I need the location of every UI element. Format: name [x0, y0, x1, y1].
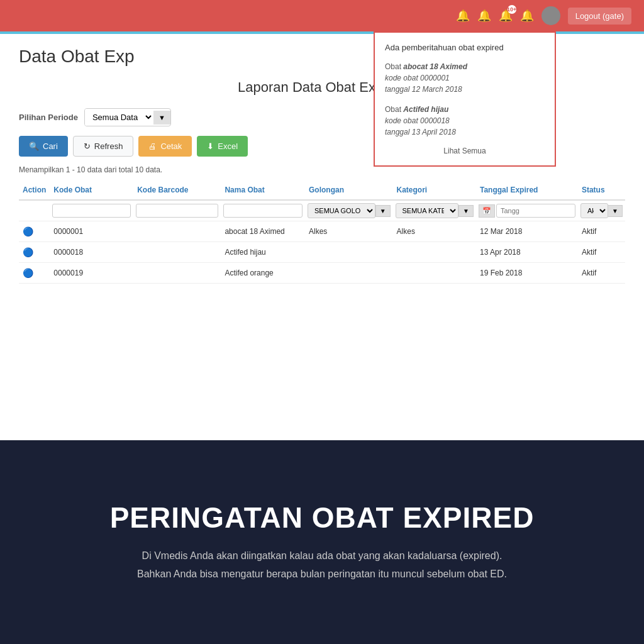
period-select[interactable]: Semua Data — [85, 109, 153, 126]
notification-dropdown: Ada pemberitahuan obat expired Obat aboc… — [374, 31, 556, 167]
excel-button[interactable]: ⬇ Excel — [197, 136, 248, 157]
see-all-link[interactable]: Lihat Semua — [385, 147, 545, 155]
data-info: Menampilkan 1 - 10 data dari total 10 da… — [19, 165, 625, 174]
navbar: 🔔 🔔 🔔 10+ 🔔 Logout (gate) — [0, 0, 644, 31]
golongan-arrow[interactable]: ▼ — [375, 205, 391, 217]
row3-nama: Actifed orange — [221, 263, 305, 284]
bottom-title: PERINGATAN OBAT EXPIRED — [110, 501, 535, 535]
filter-kode-obat[interactable] — [50, 200, 133, 221]
search-icon: 🔍 — [29, 142, 39, 151]
excel-label: Excel — [218, 142, 238, 151]
refresh-icon: ↻ — [84, 142, 91, 151]
select-kategori[interactable]: SEMUA KATEGORI — [396, 203, 459, 218]
th-kode-obat[interactable]: Kode Obat — [50, 180, 133, 200]
notification-title: Ada pemberitahuan obat expired — [385, 43, 545, 52]
action-icon-2[interactable]: 🔵 — [23, 247, 33, 257]
row2-tanggal: 13 Apr 2018 — [476, 242, 578, 263]
bell-badge: 10+ — [508, 5, 516, 14]
filter-label: Pilihan Periode — [19, 113, 78, 122]
row3-barcode — [133, 263, 221, 284]
row3-tanggal: 19 Feb 2018 — [476, 263, 578, 284]
row1-status: Aktif — [578, 221, 625, 242]
notif-item-1: Obat abocat 18 Aximed kode obat 0000001 … — [385, 61, 545, 95]
action-icon-3[interactable]: 🔵 — [23, 268, 33, 278]
row2-action[interactable]: 🔵 — [19, 242, 50, 263]
table-row: 🔵 0000019 Actifed orange 19 Feb 2018 Akt… — [19, 263, 625, 284]
input-tanggal[interactable] — [496, 204, 575, 218]
status-arrow[interactable]: ▼ — [608, 205, 623, 217]
bell-icon-2[interactable]: 🔔 — [477, 9, 491, 23]
logout-label: Logout (gate) — [575, 11, 624, 21]
th-action: Action — [19, 180, 50, 200]
calendar-icon[interactable]: 📅 — [479, 204, 495, 218]
row2-barcode — [133, 242, 221, 263]
table-body: 🔵 0000001 abocat 18 Aximed Alkes Alkes 1… — [19, 221, 625, 284]
filter-nama-obat[interactable] — [221, 200, 305, 221]
filter-kode-barcode[interactable] — [133, 200, 221, 221]
select-golongan[interactable]: SEMUA GOLONGAN — [308, 203, 375, 218]
print-icon: 🖨 — [148, 142, 157, 151]
row1-barcode — [133, 221, 221, 242]
row1-kategori: Alkes — [393, 221, 476, 242]
row1-tanggal: 12 Mar 2018 — [476, 221, 578, 242]
bottom-section: PERINGATAN OBAT EXPIRED Di Vmedis Anda a… — [0, 440, 644, 644]
notif-item-2-text: Obat Actifed hijau kode obat 0000018 tan… — [385, 104, 545, 138]
row1-golongan: Alkes — [305, 221, 393, 242]
bell-icon-4[interactable]: 🔔 — [520, 9, 534, 23]
table-header-row: Action Kode Obat Kode Barcode Nama Obat … — [19, 180, 625, 200]
row3-status: Aktif — [578, 263, 625, 284]
row2-kode: 0000018 — [50, 242, 133, 263]
period-select-wrap[interactable]: Semua Data ▼ — [84, 108, 171, 126]
bell-icon-1[interactable]: 🔔 — [456, 9, 470, 23]
cetak-button[interactable]: 🖨 Cetak — [138, 136, 192, 157]
table-filter-row: SEMUA GOLONGAN ▼ SEMUA KATEGORI ▼ — [19, 200, 625, 221]
filter-status[interactable]: Aktif ▼ — [578, 200, 625, 221]
refresh-button[interactable]: ↻ Refresh — [73, 136, 134, 157]
row3-kategori — [393, 263, 476, 284]
action-icon-1[interactable]: 🔵 — [23, 226, 33, 236]
refresh-label: Refresh — [94, 142, 123, 151]
row1-nama: abocat 18 Aximed — [221, 221, 305, 242]
filter-action — [19, 200, 50, 221]
row3-action[interactable]: 🔵 — [19, 263, 50, 284]
th-kategori[interactable]: Kategori — [393, 180, 476, 200]
select-status[interactable]: Aktif — [580, 203, 608, 218]
bottom-description: Di Vmedis Anda akan diingatkan kalau ada… — [133, 547, 511, 584]
cetak-label: Cetak — [160, 142, 182, 151]
th-kode-barcode[interactable]: Kode Barcode — [133, 180, 221, 200]
th-golongan[interactable]: Golongan — [305, 180, 393, 200]
period-select-arrow[interactable]: ▼ — [153, 111, 170, 125]
input-nama-obat[interactable] — [223, 204, 303, 218]
data-table: Action Kode Obat Kode Barcode Nama Obat … — [19, 180, 625, 284]
filter-golongan[interactable]: SEMUA GOLONGAN ▼ — [305, 200, 393, 221]
row1-action[interactable]: 🔵 — [19, 221, 50, 242]
table-row: 🔵 0000018 Actifed hijau 13 Apr 2018 Akti… — [19, 242, 625, 263]
kategori-arrow[interactable]: ▼ — [458, 205, 474, 217]
th-status: Status — [578, 180, 625, 200]
bell-icon-3[interactable]: 🔔 10+ — [499, 9, 513, 23]
cari-button[interactable]: 🔍 Cari — [19, 136, 68, 157]
input-kode-barcode[interactable] — [136, 204, 218, 218]
row1-kode: 0000001 — [50, 221, 133, 242]
row2-nama: Actifed hijau — [221, 242, 305, 263]
row2-status: Aktif — [578, 242, 625, 263]
notif-item-2: Obat Actifed hijau kode obat 0000018 tan… — [385, 104, 545, 138]
th-nama-obat[interactable]: Nama Obat — [221, 180, 305, 200]
row2-golongan — [305, 242, 393, 263]
table-row: 🔵 0000001 abocat 18 Aximed Alkes Alkes 1… — [19, 221, 625, 242]
excel-icon: ⬇ — [207, 142, 214, 151]
cari-label: Cari — [43, 142, 58, 151]
filter-kategori[interactable]: SEMUA KATEGORI ▼ — [393, 200, 476, 221]
row3-kode: 0000019 — [50, 263, 133, 284]
input-kode-obat[interactable] — [52, 204, 131, 218]
row2-kategori — [393, 242, 476, 263]
notif-item-1-text: Obat abocat 18 Aximed kode obat 0000001 … — [385, 61, 545, 95]
row3-golongan — [305, 263, 393, 284]
logout-button[interactable]: Logout (gate) — [568, 8, 631, 25]
filter-tanggal[interactable]: 📅 — [476, 200, 578, 221]
th-tanggal[interactable]: Tanggal Expired — [476, 180, 578, 200]
avatar — [541, 6, 560, 25]
